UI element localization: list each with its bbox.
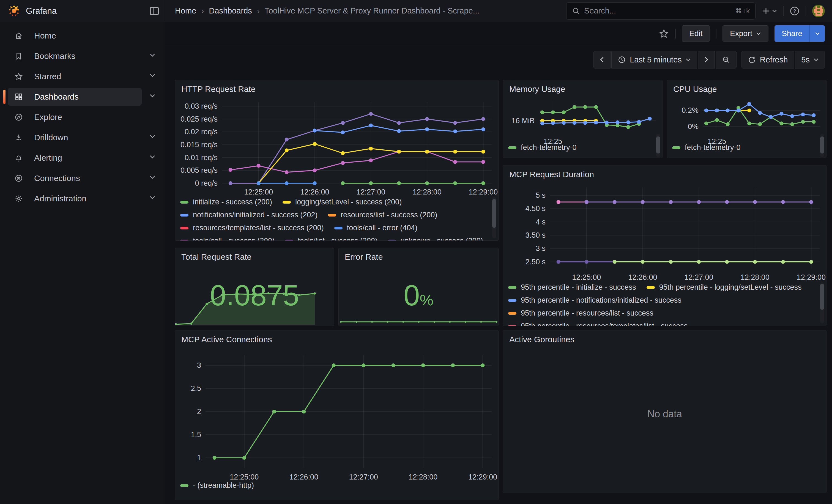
legend-item[interactable]: resources/list - success (200) — [328, 211, 437, 219]
legend-scrollbar-thumb[interactable] — [656, 136, 660, 154]
time-shift-back-button[interactable] — [594, 51, 610, 69]
sidebar-item-dashboards[interactable]: Dashboards — [0, 88, 165, 106]
plus-icon — [761, 7, 770, 16]
breadcrumb-home[interactable]: Home — [175, 6, 196, 16]
brand-name: Grafana — [26, 6, 149, 16]
panel-title[interactable]: Total Request Rate — [181, 252, 252, 262]
compass-icon — [14, 113, 23, 122]
mcp-active-connections-chart[interactable]: 12:25:0012:26:0012:27:0012:28:0012:29:00… — [175, 347, 498, 490]
help-button[interactable]: ? — [790, 6, 800, 16]
legend-item[interactable]: tools/call - error (404) — [334, 224, 418, 232]
home-icon — [14, 31, 23, 40]
sidebar-item-drilldown[interactable]: Drilldown — [0, 129, 165, 147]
star-icon — [14, 72, 23, 81]
svg-text:12:27:00: 12:27:00 — [356, 188, 385, 196]
legend-item[interactable]: logging/setLevel - success (200) — [283, 198, 402, 206]
zoom-out-button[interactable] — [716, 51, 736, 69]
legend-item[interactable]: unknown - success (200) — [388, 237, 483, 241]
legend-item[interactable]: notifications/initialized - success (202… — [180, 211, 317, 219]
svg-text:0%: 0% — [688, 123, 699, 131]
panel-title[interactable]: CPU Usage — [673, 84, 717, 94]
share-split-button: Share — [775, 25, 825, 42]
panel-title[interactable]: Memory Usage — [509, 84, 565, 94]
svg-text:0.025 req/s: 0.025 req/s — [181, 115, 218, 123]
sidebar-item-explore[interactable]: Explore — [0, 108, 165, 126]
legend-item[interactable]: 95th percentile - resources/list - succe… — [508, 309, 653, 317]
legend-scrollbar-thumb[interactable] — [492, 199, 496, 228]
panel-title[interactable]: MCP Active Connections — [181, 335, 272, 344]
divider — [783, 6, 784, 16]
http-request-rate-chart[interactable]: 12:25:0012:26:0012:27:0012:28:0012:29:00… — [175, 83, 498, 207]
search-placeholder: Search... — [584, 6, 731, 16]
legend: initialize - success (200)logging/setLev… — [180, 195, 491, 241]
chevron-down-icon[interactable] — [149, 73, 155, 78]
svg-text:2.5: 2.5 — [191, 384, 201, 393]
time-range-group: Last 5 minutes — [594, 51, 736, 69]
panel-cpu-usage: CPU Usage 12:250.2%0% fetch-telemetry-0 — [667, 80, 827, 158]
legend-item[interactable]: 95th percentile - resources/templates/li… — [508, 322, 687, 326]
chevron-down-icon — [813, 58, 818, 62]
stat-unit: % — [420, 291, 434, 309]
legend-row: 95th percentile - resources/list - succe… — [508, 307, 819, 320]
panel-title[interactable]: Error Rate — [345, 252, 383, 262]
legend-scrollbar-thumb[interactable] — [820, 284, 824, 310]
sidebar-item-starred[interactable]: Starred — [0, 68, 165, 85]
chevron-down-icon — [772, 9, 777, 13]
legend-row: fetch-telemetry-0 — [672, 141, 819, 154]
svg-text:1.5: 1.5 — [191, 430, 201, 439]
legend-row: 95th percentile - resources/templates/li… — [508, 320, 819, 326]
sidebar-item-administration[interactable]: Administration — [0, 190, 165, 207]
top-right-actions: Search... ⌘+k ? — [566, 2, 832, 20]
time-shift-forward-button[interactable] — [698, 51, 715, 69]
svg-text:12:26:00: 12:26:00 — [300, 188, 329, 196]
breadcrumb: Home › Dashboards › ToolHive MCP Server … — [165, 6, 566, 16]
legend: 95th percentile - initialize - success95… — [508, 281, 819, 326]
sidebar-item-connections[interactable]: Connections — [0, 169, 165, 187]
sidebar-item-bookmarks[interactable]: Bookmarks — [0, 47, 165, 65]
refresh-button[interactable]: Refresh — [742, 51, 794, 69]
sidebar-item-home[interactable]: Home — [0, 27, 165, 45]
svg-text:16 MiB: 16 MiB — [512, 117, 535, 125]
gear-icon — [14, 194, 23, 203]
chevron-down-icon[interactable] — [149, 155, 155, 159]
top-nav: Grafana Home › Dashboards › ToolHive MCP… — [0, 0, 832, 22]
sidebar-item-alerting[interactable]: Alerting — [0, 149, 165, 167]
legend-item[interactable]: 95th percentile - logging/setLevel - suc… — [647, 283, 802, 292]
add-button[interactable] — [761, 7, 777, 16]
edit-button[interactable]: Edit — [682, 25, 710, 42]
legend-item[interactable]: 95th percentile - initialize - success — [508, 283, 636, 292]
share-menu-button[interactable] — [809, 25, 825, 42]
legend-item[interactable]: initialize - success (200) — [180, 198, 272, 206]
chevron-down-icon[interactable] — [149, 175, 155, 179]
legend-item[interactable]: tools/list - success (200) — [285, 237, 378, 241]
chevron-down-icon[interactable] — [149, 53, 155, 57]
legend-item[interactable]: fetch-telemetry-0 — [508, 143, 577, 152]
divider — [806, 6, 806, 16]
chevron-down-icon[interactable] — [149, 94, 155, 98]
panel-title[interactable]: Active Goroutines — [509, 335, 574, 344]
legend-item[interactable]: resources/templates/list - success (200) — [180, 224, 324, 232]
chevron-down-icon — [756, 32, 761, 35]
mcp-request-duration-chart[interactable]: 12:25:0012:26:0012:27:0012:28:0012:29:00… — [503, 168, 827, 292]
legend-row: tools/call - success (200)tools/list - s… — [180, 234, 491, 241]
refresh-interval-picker[interactable]: 5s — [795, 51, 825, 69]
svg-text:4 s: 4 s — [536, 218, 546, 226]
sidebar-toggle-icon[interactable] — [149, 7, 159, 16]
svg-text:12:29:00: 12:29:00 — [469, 188, 498, 196]
legend-scrollbar-thumb[interactable] — [820, 136, 824, 154]
legend-item[interactable]: fetch-telemetry-0 — [672, 143, 740, 152]
legend-row: 95th percentile - notifications/initiali… — [508, 294, 819, 307]
search-input[interactable]: Search... ⌘+k — [566, 2, 755, 20]
chevron-down-icon[interactable] — [149, 195, 155, 200]
legend-item[interactable]: - (streamable-http) — [180, 481, 254, 490]
breadcrumb-dashboards[interactable]: Dashboards — [209, 6, 252, 16]
export-button[interactable]: Export — [723, 25, 769, 42]
panel-http-request-rate: HTTP Request Rate 12:25:0012:26:0012:27:… — [175, 80, 498, 241]
time-range-picker[interactable]: Last 5 minutes — [612, 51, 697, 69]
legend-item[interactable]: tools/call - success (200) — [180, 237, 275, 241]
chevron-down-icon[interactable] — [149, 134, 155, 139]
star-favorite-button[interactable] — [659, 28, 669, 39]
user-avatar[interactable] — [812, 5, 825, 17]
share-button[interactable]: Share — [775, 25, 809, 42]
legend-item[interactable]: 95th percentile - notifications/initiali… — [508, 296, 681, 304]
